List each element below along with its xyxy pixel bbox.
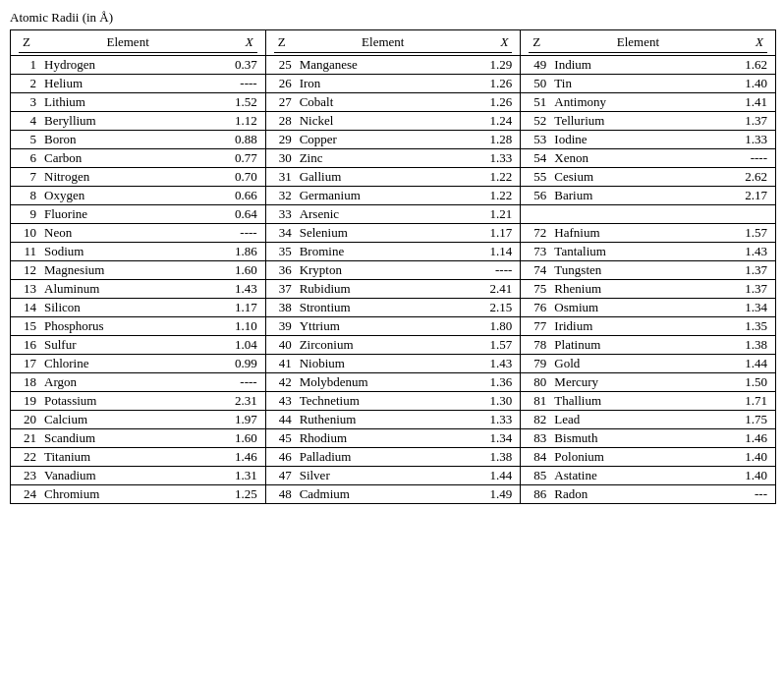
col2-element-header: Element (304, 32, 463, 53)
x-val: 1.21 (480, 205, 520, 223)
elem-val: Bismuth (550, 429, 736, 447)
col2-z-header: Z (274, 32, 304, 53)
table-row: 14 Silicon 1.17 38 Strontium 2.15 76 Osm… (11, 299, 776, 317)
x-val: 1.44 (480, 467, 520, 484)
table-row: 6 Carbon 0.77 30 Zinc 1.33 54 Xenon (11, 149, 776, 168)
elem-val: Chromium (40, 485, 226, 503)
x-val: 1.04 (226, 336, 265, 354)
x-val: 1.35 (736, 317, 775, 335)
elem-val: Manganese (296, 56, 481, 74)
z-val: 78 (521, 336, 550, 354)
z-val: 6 (11, 149, 40, 167)
z-val: 28 (266, 112, 296, 130)
z-val: 46 (266, 448, 296, 466)
elem-val: Tellurium (550, 112, 736, 130)
x-val: 1.38 (480, 448, 520, 466)
col3-z-header: Z (529, 32, 558, 53)
main-table: Z Element X Z Element X (10, 29, 776, 504)
z-val: 3 (11, 93, 40, 111)
x-val: ---- (226, 373, 265, 391)
col1-element-header: Element (48, 32, 207, 53)
z-val: 9 (11, 205, 40, 223)
z-val: 85 (521, 467, 550, 484)
table-row: 9 Fluorine 0.64 33 Arsenic 1.21 (11, 205, 776, 224)
z-val: 81 (521, 392, 550, 410)
x-val: 1.37 (736, 261, 775, 279)
z-val: 14 (11, 299, 40, 316)
x-val: 0.77 (226, 149, 265, 167)
x-val: 1.62 (736, 56, 775, 74)
x-val: --- (736, 485, 775, 503)
x-val: 1.46 (736, 429, 775, 447)
elem-val: Cesium (550, 168, 736, 186)
elem-val: Arsenic (296, 205, 481, 223)
x-val: 1.36 (480, 373, 520, 391)
z-val: 50 (521, 75, 550, 92)
elem-val: Strontium (296, 299, 481, 316)
x-val: 1.40 (736, 448, 775, 466)
z-val (521, 205, 550, 207)
x-val: 1.41 (736, 93, 775, 111)
x-val: 1.49 (480, 485, 520, 503)
x-val: 1.31 (226, 467, 265, 484)
z-val: 83 (521, 429, 550, 447)
elem-val: Zinc (296, 149, 481, 167)
z-val: 56 (521, 187, 550, 204)
x-val: 1.17 (226, 299, 265, 316)
elem-val: Scandium (40, 429, 226, 447)
z-val: 21 (11, 429, 40, 447)
z-val: 32 (266, 187, 296, 204)
z-val: 47 (266, 467, 296, 484)
elem-val: Phosphorus (40, 317, 226, 335)
z-val: 17 (11, 355, 40, 372)
z-val: 48 (266, 485, 296, 503)
x-val: 1.38 (736, 336, 775, 354)
elem-val: Thallium (550, 392, 736, 410)
col1-z-header: Z (19, 32, 48, 53)
z-val: 25 (266, 56, 296, 74)
elem-val: Magnesium (40, 261, 226, 279)
elem-val: Neon (40, 224, 226, 242)
table-row: 24 Chromium 1.25 48 Cadmium 1.49 86 Rado… (11, 485, 776, 504)
x-val: 1.57 (736, 224, 775, 242)
elem-val: Oxygen (40, 187, 226, 204)
table-row: 13 Aluminum 1.43 37 Rubidium 2.41 75 Rhe… (11, 280, 776, 299)
z-val: 10 (11, 224, 40, 242)
z-val: 74 (521, 261, 550, 279)
z-val: 45 (266, 429, 296, 447)
elem-val: Iron (296, 75, 481, 92)
x-val: 1.43 (226, 280, 265, 298)
elem-val: Titanium (40, 448, 226, 466)
z-val: 33 (266, 205, 296, 223)
z-val: 82 (521, 411, 550, 428)
table-row: 2 Helium ---- 26 Iron 1.26 50 Tin 1. (11, 75, 776, 93)
elem-val: Calcium (40, 411, 226, 428)
x-val: 1.46 (226, 448, 265, 466)
col3-x-header: X (718, 32, 767, 53)
z-val: 34 (266, 224, 296, 242)
z-val: 44 (266, 411, 296, 428)
x-val: 2.17 (736, 187, 775, 204)
z-val: 20 (11, 411, 40, 428)
z-val: 38 (266, 299, 296, 316)
elem-val: Sulfur (40, 336, 226, 354)
x-val: 1.71 (736, 392, 775, 410)
elem-val: Bromine (296, 243, 481, 260)
table-row: 1 Hydrogen 0.37 25 Manganese 1.29 49 Ind… (11, 56, 776, 75)
z-val: 42 (266, 373, 296, 391)
elem-val: Zirconium (296, 336, 481, 354)
x-val: 0.70 (226, 168, 265, 186)
z-val: 54 (521, 149, 550, 167)
elem-val: Gold (550, 355, 736, 372)
elem-val: Xenon (550, 149, 736, 167)
elem-val: Fluorine (40, 205, 226, 223)
z-val: 53 (521, 131, 550, 148)
elem-val: Hydrogen (40, 56, 226, 74)
elem-val: Technetium (296, 392, 481, 410)
elem-val: Sodium (40, 243, 226, 260)
x-val: 1.26 (480, 75, 520, 92)
table-row: 20 Calcium 1.97 44 Ruthenium 1.33 82 Lea… (11, 411, 776, 429)
page-title: Atomic Radii (in Å) (10, 10, 774, 26)
x-val: ---- (736, 149, 775, 167)
x-val: 1.43 (736, 243, 775, 260)
